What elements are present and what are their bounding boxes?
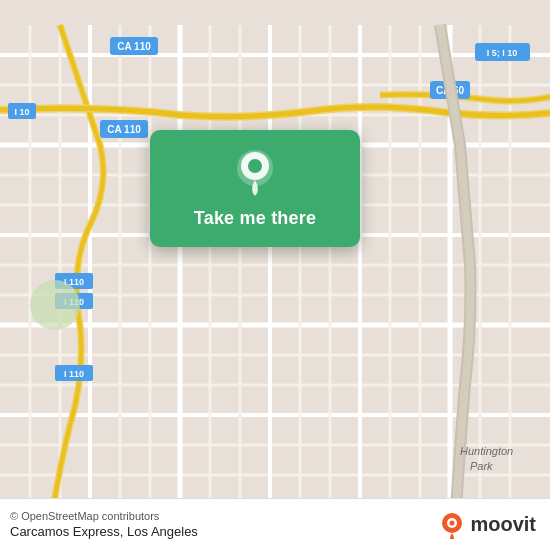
svg-text:I 5; I 10: I 5; I 10 bbox=[487, 48, 518, 58]
svg-text:CA 110: CA 110 bbox=[117, 41, 151, 52]
svg-point-52 bbox=[30, 280, 80, 330]
svg-text:Huntington: Huntington bbox=[460, 445, 513, 457]
pin-icon bbox=[229, 146, 281, 198]
moovit-icon bbox=[438, 511, 466, 539]
svg-point-55 bbox=[248, 159, 262, 173]
map-svg: CA 110 CA 110 I 10 I 110 I 110 I 110 CA … bbox=[0, 0, 550, 550]
svg-text:CA 110: CA 110 bbox=[107, 124, 141, 135]
svg-text:Park: Park bbox=[470, 460, 493, 472]
bottom-bar: © OpenStreetMap contributors Carcamos Ex… bbox=[0, 498, 550, 550]
moovit-brand-name: moovit bbox=[470, 513, 536, 536]
location-card: Take me there bbox=[150, 130, 360, 247]
location-name: Carcamos Express, Los Angeles bbox=[10, 524, 198, 539]
take-me-there-button[interactable]: Take me there bbox=[194, 208, 316, 229]
svg-point-58 bbox=[450, 520, 455, 525]
map-attribution: © OpenStreetMap contributors bbox=[10, 510, 198, 522]
svg-text:I 110: I 110 bbox=[64, 369, 84, 379]
moovit-logo: moovit bbox=[438, 511, 536, 539]
svg-text:I 10: I 10 bbox=[14, 107, 29, 117]
map-container: CA 110 CA 110 I 10 I 110 I 110 I 110 CA … bbox=[0, 0, 550, 550]
